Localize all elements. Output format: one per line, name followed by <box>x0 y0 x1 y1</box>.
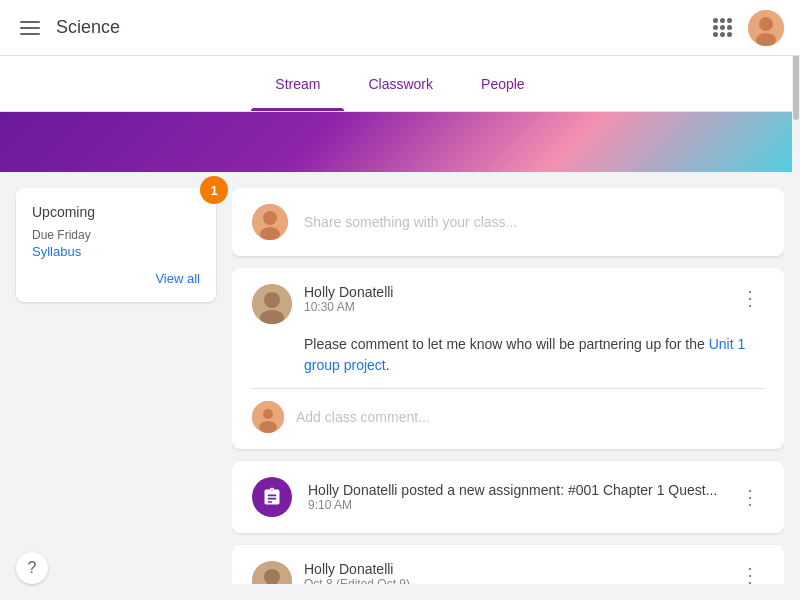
upcoming-title: Upcoming <box>32 204 200 220</box>
user-avatar-icon <box>748 10 784 46</box>
comment-input-1[interactable]: Add class comment... <box>296 409 430 425</box>
assign-card-2: Holly Donatelli posted a new assignment:… <box>232 461 784 533</box>
main-content: Upcoming 1 Due Friday Syllabus View all … <box>0 172 800 600</box>
holly-avatar-1 <box>252 284 292 324</box>
svg-point-1 <box>759 17 773 31</box>
assign-meta-2: Holly Donatelli posted a new assignment:… <box>308 482 720 512</box>
assignment-icon-2 <box>252 477 292 517</box>
post-avatar-1 <box>252 284 292 324</box>
post-avatar-3 <box>252 561 292 584</box>
post-body-end-1: . <box>386 357 390 373</box>
post-author-1: Holly Donatelli <box>304 284 724 300</box>
feed: Share something with your class... Holly… <box>232 188 784 584</box>
post-more-button-2[interactable]: ⋮ <box>736 483 764 511</box>
comment-avatar-1 <box>252 401 284 433</box>
post-time-3: Oct 8 (Edited Oct 9) <box>304 577 724 584</box>
post-body-1: Please comment to let me know who will b… <box>252 334 764 389</box>
page-title: Science <box>56 17 120 38</box>
assign-time-2: 9:10 AM <box>308 498 720 512</box>
apps-button[interactable] <box>704 10 740 46</box>
holly-avatar-3 <box>252 561 292 584</box>
post-time-1: 10:30 AM <box>304 300 724 314</box>
scrollbar-track[interactable] <box>792 0 800 600</box>
tab-people[interactable]: People <box>457 56 549 111</box>
post-header-3: Holly Donatelli Oct 8 (Edited Oct 9) ⋮ <box>252 561 764 584</box>
post-header-1: Holly Donatelli 10:30 AM ⋮ <box>252 284 764 324</box>
share-placeholder: Share something with your class... <box>304 214 517 230</box>
post-more-button-1[interactable]: ⋮ <box>736 284 764 312</box>
due-label: Due Friday <box>32 228 200 242</box>
svg-point-4 <box>263 211 277 225</box>
svg-point-7 <box>264 292 280 308</box>
user-avatar[interactable] <box>748 10 784 46</box>
header-right <box>704 10 784 46</box>
class-banner <box>0 112 800 172</box>
tab-stream[interactable]: Stream <box>251 56 344 111</box>
clipboard-icon <box>262 487 282 507</box>
post-card-1: Holly Donatelli 10:30 AM ⋮ Please commen… <box>232 268 784 449</box>
due-item: Syllabus <box>32 244 200 259</box>
post-body-text-1: Please comment to let me know who will b… <box>304 336 709 352</box>
share-avatar <box>252 204 288 240</box>
svg-point-10 <box>263 409 273 419</box>
help-button[interactable]: ? <box>16 552 48 584</box>
post-author-3: Holly Donatelli <box>304 561 724 577</box>
app-header: Science <box>0 0 800 56</box>
share-card[interactable]: Share something with your class... <box>232 188 784 256</box>
upcoming-badge: 1 <box>200 176 228 204</box>
comment-avatar-icon-1 <box>252 401 284 433</box>
view-all-link[interactable]: View all <box>32 271 200 286</box>
grid-icon <box>713 18 732 37</box>
assign-name-2: Holly Donatelli posted a new assignment:… <box>308 482 720 498</box>
sidebar: Upcoming 1 Due Friday Syllabus View all <box>16 188 216 584</box>
post-card-3: Holly Donatelli Oct 8 (Edited Oct 9) ⋮ <box>232 545 784 584</box>
menu-button[interactable] <box>16 17 44 39</box>
tab-classwork[interactable]: Classwork <box>344 56 457 111</box>
upcoming-card: Upcoming 1 Due Friday Syllabus View all <box>16 188 216 302</box>
post-meta-1: Holly Donatelli 10:30 AM <box>304 284 724 314</box>
comment-area-1: Add class comment... <box>252 389 764 433</box>
svg-point-11 <box>259 421 277 433</box>
share-avatar-icon <box>252 204 288 240</box>
post-more-button-3[interactable]: ⋮ <box>736 561 764 584</box>
header-left: Science <box>16 17 704 39</box>
post-meta-3: Holly Donatelli Oct 8 (Edited Oct 9) <box>304 561 724 584</box>
tab-navigation: Stream Classwork People <box>0 56 800 112</box>
